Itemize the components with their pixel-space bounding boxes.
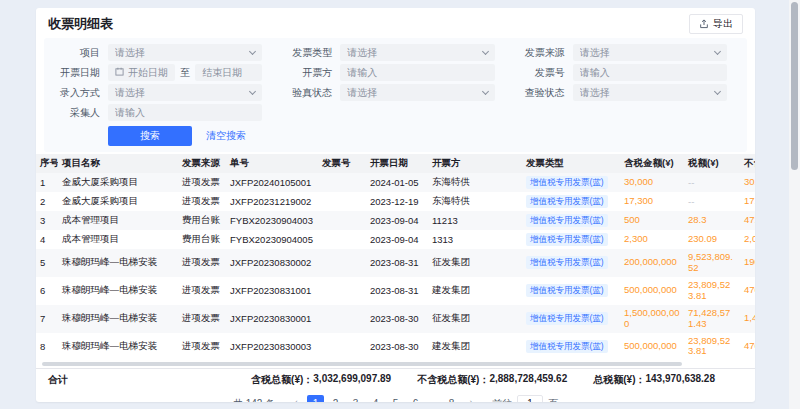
cell-invoice_no <box>318 333 366 361</box>
cell-order_no: JXFP20230831001 <box>226 277 318 305</box>
invoice-source-label: 发票来源 <box>509 46 565 60</box>
project-label: 项目 <box>44 46 100 60</box>
page-number-list: 123456...8 <box>307 395 460 402</box>
page-number-button[interactable]: 8 <box>443 395 460 402</box>
cell-net: 30,000 <box>740 173 755 192</box>
cell-invoice_no <box>318 277 366 305</box>
table-row: 5珠穆朗玛峰—电梯安装进项发票JXFP202308300022023-08-31… <box>36 249 755 277</box>
invoice-type-select[interactable]: 请选择 <box>340 44 494 61</box>
column-header: 发票号 <box>318 154 366 173</box>
cell-tax: -- <box>684 173 740 192</box>
chevron-down-icon <box>249 88 256 95</box>
summary-total-value: 143,970,638.28 <box>645 373 715 387</box>
page-number-button[interactable]: 1 <box>307 395 324 402</box>
cell-order_no: JXFP20230830003 <box>226 333 318 361</box>
invoice-type-badge: 增值税专用发票(蓝) <box>526 214 608 227</box>
entry-method-select[interactable]: 请选择 <box>108 84 262 101</box>
page-number-button[interactable]: 3 <box>347 395 364 402</box>
cell-date: 2023-09-04 <box>366 211 428 230</box>
page-number-button[interactable]: 5 <box>387 395 404 402</box>
table-row: 2金威大厦采购项目进项发票JXFP202312190022023-12-19东海… <box>36 192 755 211</box>
date-range-picker: 开始日期 至 结束日期 <box>108 64 262 81</box>
prev-page-button[interactable]: ‹ <box>288 395 304 402</box>
summary-total-item: 不含税总额(¥)：2,888,728,459.62 <box>417 373 567 387</box>
vertical-scrollbar-thumb[interactable] <box>791 2 798 170</box>
cell-tax: 28.3 <box>684 211 740 230</box>
cell-tax: 23,809,523.81 <box>684 277 740 305</box>
invoice-type-badge: 增值税专用发票(蓝) <box>526 195 608 208</box>
summary-total-value: 2,888,728,459.62 <box>489 373 567 387</box>
cell-no: 2 <box>36 192 58 211</box>
cell-tax: 9,523,809.52 <box>684 249 740 277</box>
cell-invoice_no <box>318 192 366 211</box>
cell-source: 费用台账 <box>178 230 226 249</box>
cell-source: 费用台账 <box>178 211 226 230</box>
cell-invoice_no <box>318 230 366 249</box>
vertical-scrollbar[interactable] <box>789 0 800 409</box>
cell-amount: 30,000 <box>620 173 684 192</box>
table-header-row: 序号项目名称发票来源单号发票号开票日期开票方发票类型含税金额(¥)税额(¥)不含… <box>36 154 755 173</box>
invoice-source-placeholder: 请选择 <box>580 46 711 60</box>
cell-net: 476,190,476.19 <box>740 333 755 361</box>
project-select[interactable]: 请选择 <box>108 44 262 61</box>
export-button[interactable]: 导出 <box>689 14 743 34</box>
check-status-placeholder: 请选择 <box>580 86 711 100</box>
page-jump-input[interactable] <box>517 395 543 402</box>
cell-source: 进项发票 <box>178 249 226 277</box>
cell-issuer: 11213 <box>428 211 522 230</box>
export-icon <box>699 19 709 29</box>
cell-amount: 500,000,000 <box>620 277 684 305</box>
cell-project: 成本管理项目 <box>58 211 178 230</box>
column-header: 含税金额(¥) <box>620 154 684 173</box>
cell-net: 471.7 <box>740 211 755 230</box>
page-jump-suffix: 页 <box>548 397 558 402</box>
invoice-no-input[interactable] <box>573 64 727 81</box>
chevron-down-icon <box>714 88 721 95</box>
cell-issuer: 征发集团 <box>428 305 522 333</box>
column-header: 开票方 <box>428 154 522 173</box>
verify-status-placeholder: 请选择 <box>347 86 478 100</box>
horizontal-scrollbar[interactable] <box>40 361 751 367</box>
cell-invoice_no <box>318 305 366 333</box>
page-number-button[interactable]: 2 <box>327 395 344 402</box>
summary-total-label: 总税额(¥)： <box>593 373 645 387</box>
chevron-down-icon <box>482 88 489 95</box>
cell-date: 2023-08-30 <box>366 305 428 333</box>
collector-input[interactable] <box>108 104 262 121</box>
cell-invoice_no <box>318 249 366 277</box>
page-number-button[interactable]: 6 <box>407 395 424 402</box>
cell-project: 成本管理项目 <box>58 230 178 249</box>
cell-date: 2023-08-31 <box>366 277 428 305</box>
page-number-button[interactable]: 4 <box>367 395 384 402</box>
cell-no: 5 <box>36 249 58 277</box>
invoice-type-badge: 增值税专用发票(蓝) <box>526 256 608 269</box>
horizontal-scrollbar-thumb[interactable] <box>42 362 682 366</box>
filter-field-invoice-type: 发票类型 请选择 <box>276 44 494 61</box>
check-status-select[interactable]: 请选择 <box>573 84 727 101</box>
cell-amount: 1,500,000,000 <box>620 305 684 333</box>
summary-total-value: 3,032,699,097.89 <box>313 373 391 387</box>
filter-field-invoice-date: 开票日期 开始日期 至 结束日期 <box>44 64 262 81</box>
invoice-source-select[interactable]: 请选择 <box>573 44 727 61</box>
cell-amount: 17,300 <box>620 192 684 211</box>
search-button[interactable]: 搜索 <box>108 126 192 146</box>
cell-project: 珠穆朗玛峰—电梯安装 <box>58 249 178 277</box>
cell-no: 6 <box>36 277 58 305</box>
cell-issuer: 东海特供 <box>428 192 522 211</box>
next-page-button[interactable]: › <box>463 395 479 402</box>
cell-no: 1 <box>36 173 58 192</box>
invoice-type-badge: 增值税专用发票(蓝) <box>526 340 608 353</box>
chevron-down-icon <box>249 48 256 55</box>
filter-field-check-status: 查验状态 请选择 <box>509 84 727 101</box>
issuer-input[interactable] <box>340 64 494 81</box>
invoice-type-placeholder: 请选择 <box>347 46 478 60</box>
cell-no: 3 <box>36 211 58 230</box>
column-header: 单号 <box>226 154 318 173</box>
verify-status-select[interactable]: 请选择 <box>340 84 494 101</box>
date-end-input[interactable]: 结束日期 <box>195 64 262 81</box>
clear-search-button[interactable]: 清空搜索 <box>206 129 246 143</box>
cell-net: 190,476,190.48 <box>740 249 755 277</box>
table-row: 1金威大厦采购项目进项发票JXFP202401050012024-01-05东海… <box>36 173 755 192</box>
date-start-input[interactable]: 开始日期 <box>108 64 175 81</box>
cell-issuer: 建发集团 <box>428 333 522 361</box>
